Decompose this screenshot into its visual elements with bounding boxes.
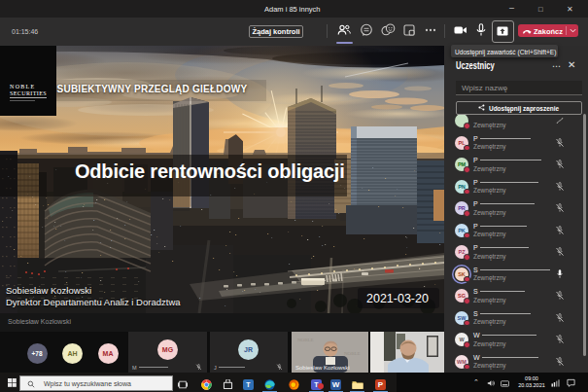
svg-text:NOBLE: NOBLE — [297, 338, 314, 342]
svg-text:NOBLE: NOBLE — [344, 351, 361, 356]
